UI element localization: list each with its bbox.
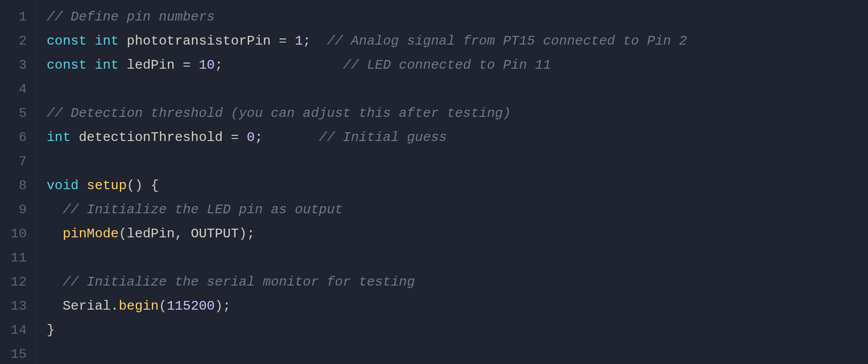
paren-open: ( (159, 298, 167, 314)
number: 0 (247, 130, 255, 145)
method: begin (119, 298, 159, 314)
type: int (47, 130, 71, 145)
dot: . (111, 298, 119, 314)
brace: } (47, 322, 55, 338)
line-number: 9 (0, 198, 27, 222)
semicolon: ; (215, 57, 223, 73)
code-line[interactable]: int detectionThreshold = 0; // Initial g… (47, 126, 868, 150)
line-number: 3 (0, 53, 27, 77)
code-line[interactable] (47, 246, 868, 270)
line-number: 12 (0, 270, 27, 294)
operator: = (231, 130, 239, 145)
number: 115200 (167, 298, 215, 314)
code-line[interactable]: } (47, 318, 868, 342)
operator: = (183, 57, 191, 73)
semicolon: ; (255, 130, 263, 145)
code-line[interactable] (47, 342, 868, 364)
code-line[interactable]: const int phototransistorPin = 1; // Ana… (47, 29, 868, 53)
comment: // Initial guess (319, 130, 447, 145)
code-line[interactable]: pinMode(ledPin, OUTPUT); (47, 222, 868, 246)
line-number: 4 (0, 77, 27, 102)
keyword: const (47, 57, 87, 73)
line-number: 14 (0, 318, 27, 342)
operator: = (279, 33, 287, 49)
code-line[interactable]: // Initialize the LED pin as output (47, 198, 868, 222)
line-number: 7 (0, 150, 27, 174)
keyword: void (47, 178, 78, 193)
argument: OUTPUT (191, 226, 239, 241)
identifier: phototransistorPin (127, 33, 271, 49)
argument: ledPin (127, 226, 175, 241)
line-number-gutter: 1 2 3 4 5 6 7 8 9 10 11 12 13 14 15 (0, 0, 36, 364)
comment: // Initialize the LED pin as output (63, 202, 343, 217)
code-line[interactable]: // Initialize the serial monitor for tes… (47, 270, 868, 294)
code-line[interactable]: Serial.begin(115200); (47, 294, 868, 318)
paren-close: ) (239, 226, 247, 241)
semicolon: ; (247, 226, 255, 241)
identifier: detectionThreshold (78, 130, 223, 145)
comma: , (175, 226, 191, 241)
comment: // LED connected to Pin 11 (343, 57, 551, 73)
line-number: 8 (0, 174, 27, 198)
line-number: 6 (0, 126, 27, 150)
code-line[interactable] (47, 77, 868, 102)
line-number: 2 (0, 29, 27, 53)
number: 1 (295, 33, 303, 49)
type: int (95, 33, 119, 49)
line-number: 11 (0, 246, 27, 270)
line-number: 10 (0, 222, 27, 246)
code-editor: 1 2 3 4 5 6 7 8 9 10 11 12 13 14 15 // D… (0, 0, 868, 364)
code-text-area[interactable]: // Define pin numbers const int phototra… (36, 0, 868, 364)
comment: // Define pin numbers (47, 9, 215, 25)
line-number: 1 (0, 5, 27, 29)
code-line[interactable]: // Define pin numbers (47, 5, 868, 29)
code-line[interactable] (47, 150, 868, 174)
comment: // Analog signal from PT15 connected to … (327, 33, 687, 49)
code-line[interactable]: // Detection threshold (you can adjust t… (47, 102, 868, 126)
comment: // Initialize the serial monitor for tes… (63, 274, 415, 290)
identifier: ledPin (127, 57, 175, 73)
paren-close: ) (215, 298, 223, 314)
code-line[interactable]: const int ledPin = 10; // LED connected … (47, 53, 868, 77)
function-name: setup (87, 178, 127, 193)
paren-open: ( (119, 226, 127, 241)
code-line[interactable]: void setup() { (47, 174, 868, 198)
line-number: 13 (0, 294, 27, 318)
semicolon: ; (223, 298, 231, 314)
comment: // Detection threshold (you can adjust t… (47, 106, 511, 121)
object: Serial (63, 298, 111, 314)
keyword: const (47, 33, 87, 49)
semicolon: ; (303, 33, 311, 49)
brace: { (151, 178, 159, 193)
line-number: 5 (0, 102, 27, 126)
parentheses: () (127, 178, 143, 193)
number: 10 (199, 57, 215, 73)
function-call: pinMode (63, 226, 119, 241)
type: int (95, 57, 119, 73)
line-number: 15 (0, 342, 27, 364)
